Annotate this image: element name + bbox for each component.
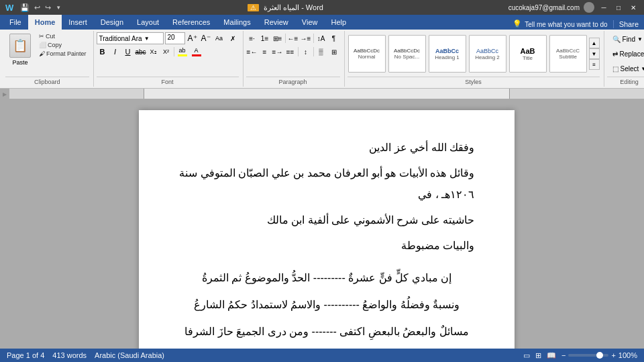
change-case-button[interactable]: Aa [213,32,225,44]
format-painter-button[interactable]: 🖌 Format Painter [36,50,89,58]
find-button[interactable]: 🔍 Find ▼ [607,32,644,46]
page-count: Page 1 of 4 [7,351,44,359]
tab-file[interactable]: File [3,15,28,30]
status-bar: Page 1 of 4 413 words Arabic (Saudi Arab… [0,349,644,362]
font-format-row: B I U abc X₂ X² ab A [97,46,203,58]
redo-quick-btn[interactable]: ↪ [44,3,52,13]
font-grow-button[interactable]: A⁺ [186,32,199,44]
app-window: W 💾 ↩ ↪ ▼ ⚠ المياه العثرة - Word cucokaj… [0,0,644,362]
font-row1: Traditional Ara ▼ 20 A⁺ A⁻ Aa ✗ [97,32,239,44]
para-sep1 [285,34,286,43]
paragraph-row2: ≡← ≡ ≡→ ≡≡ ↕ ▒ ⊞ [246,46,340,58]
undo-quick-btn[interactable]: ↩ [33,3,42,13]
style-h2-preview: AaBbCc [476,48,498,54]
line-spacing-button[interactable]: ↕ [300,46,312,58]
styles-more-button[interactable]: ≡ [589,59,600,70]
share-label[interactable]: Share [619,20,639,28]
tab-help[interactable]: Help [324,15,353,30]
paragraph-1: وفقك الله أخي عز الدين [179,137,474,159]
save-quick-btn[interactable]: 💾 [19,3,31,13]
subscript-button[interactable]: X₂ [148,46,160,58]
zoom-thumb [596,352,603,359]
align-left-button[interactable]: ≡← [246,46,258,58]
zoom-control[interactable]: − + 100% [561,351,637,359]
style-heading1[interactable]: AaBbCc Heading 1 [429,35,466,73]
font-dropdown-icon[interactable]: ▼ [144,36,150,42]
bullets-button[interactable]: ≡· [246,32,258,44]
close-btn[interactable]: ✕ [628,2,639,13]
style-nospace[interactable]: AaBbCcDc No Spac... [388,35,426,73]
numbering-button[interactable]: 1≡ [259,32,271,44]
styles-scroll-down-button[interactable]: ▼ [589,48,600,59]
styles-group: AaBbCcDc Normal AaBbCcDc No Spac... AaBb… [345,31,604,87]
increase-indent-button[interactable]: →≡ [300,32,312,44]
tab-references[interactable]: References [166,15,217,30]
verse-2: ونسبةٌ وفضلُهُ والواضعُ ---------- والاس… [179,294,474,316]
show-para-button[interactable]: ¶ [328,32,340,44]
font-shrink-button[interactable]: A⁻ [200,32,212,44]
clipboard-label: Clipboard [5,77,89,85]
cut-button[interactable]: ✂ Cut [36,32,89,40]
view-print-icon[interactable]: ▭ [523,351,530,360]
tab-design[interactable]: Design [94,15,130,30]
zoom-in-icon[interactable]: + [611,351,615,359]
document-area[interactable]: وفقك الله أخي عز الدين وقائل هذه الأبيات… [9,99,644,349]
replace-button[interactable]: ⇄ Replace [607,47,644,60]
tab-review[interactable]: Review [258,15,295,30]
zoom-bar [568,354,608,357]
tab-layout[interactable]: Layout [130,15,166,30]
tab-home[interactable]: Home [28,15,62,30]
text-highlight-button[interactable]: ab [176,46,189,58]
select-dropdown-icon[interactable]: ▼ [641,66,644,72]
tab-mailings[interactable]: Mailings [217,15,257,30]
underline-button[interactable]: U [122,46,134,58]
paragraph-group: ≡· 1≡ ⊞≡ ←≡ →≡ ↕A ¶ ≡← ≡ ≡→ ≡≡ ↕ [244,31,345,87]
view-web-icon[interactable]: ⊞ [535,351,541,360]
title-bar: W 💾 ↩ ↪ ▼ ⚠ المياه العثرة - Word cucokaj… [0,0,644,15]
copy-button[interactable]: ⬜ Copy [36,41,89,49]
font-size-selector[interactable]: 20 [165,32,185,44]
user-avatar [584,2,594,13]
content-area: ▶ وفقك الله أخي عز الدين وقائل هذه الأبي… [0,89,644,349]
align-right-button[interactable]: ≡→ [272,46,284,58]
styles-scroll-up-button[interactable]: ▲ [589,38,600,48]
bold-button[interactable]: B [97,46,109,58]
clear-formatting-button[interactable]: ✗ [227,32,239,44]
restore-btn[interactable]: □ [613,2,624,13]
font-label: Font [97,77,239,85]
superscript-button[interactable]: X² [160,46,172,58]
strikethrough-button[interactable]: abc [135,46,147,58]
decrease-indent-button[interactable]: ←≡ [287,32,299,44]
find-dropdown-icon[interactable]: ▼ [637,36,643,42]
sort-button[interactable]: ↕A [315,32,327,44]
justify-button[interactable]: ≡≡ [284,46,297,58]
minimize-btn[interactable]: ─ [598,2,609,13]
main-content: وفقك الله أخي عز الدين وقائل هذه الأبيات… [9,89,644,349]
styles-label: Styles [347,77,600,85]
page-indicator-icon: ▶ [3,91,7,97]
align-center-button[interactable]: ≡ [259,46,271,58]
font-name-text: Traditional Ara [99,35,142,42]
style-subtitle[interactable]: AaBbCcC Subtitle [549,35,587,73]
font-family-selector[interactable]: Traditional Ara ▼ [97,32,164,44]
document[interactable]: وفقك الله أخي عز الدين وقائل هذه الأبيات… [139,110,515,349]
multilevel-button[interactable]: ⊞≡ [272,32,284,44]
style-h1-preview: AaBbCc [435,48,459,54]
view-read-icon[interactable]: 📖 [547,351,556,360]
italic-button[interactable]: I [109,46,121,58]
paste-button[interactable]: 📋 Paste [5,32,35,67]
tab-insert[interactable]: Insert [62,15,94,30]
tell-me-input[interactable]: Tell me what you want to do [525,21,607,28]
shading-button[interactable]: ▒ [315,46,327,58]
style-nospace-label: No Spac... [394,54,419,60]
customize-quick-btn[interactable]: ▼ [54,4,62,11]
select-button[interactable]: ⬚ Select ▼ [607,62,644,75]
tab-view[interactable]: View [295,15,325,30]
style-title[interactable]: AaB Title [509,35,547,73]
style-heading2[interactable]: AaBbCc Heading 2 [469,35,506,73]
title-bar-right: cucokaja97@gmail.com ─ □ ✕ [508,2,639,13]
zoom-out-icon[interactable]: − [561,351,566,359]
font-color-button[interactable]: A [190,46,203,58]
borders-button[interactable]: ⊞ [328,46,340,58]
style-normal[interactable]: AaBbCcDc Normal [348,35,386,73]
